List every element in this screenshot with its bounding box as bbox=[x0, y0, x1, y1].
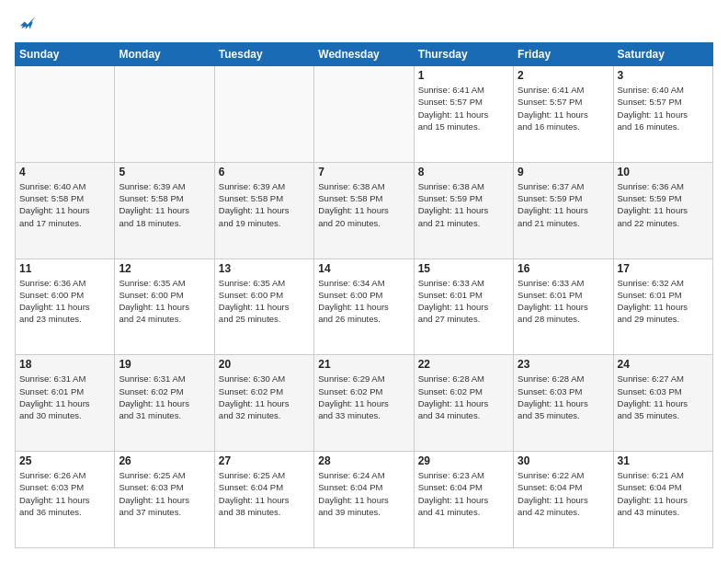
weekday-header-saturday: Saturday bbox=[613, 43, 712, 66]
day-info: Sunrise: 6:36 AM Sunset: 6:00 PM Dayligh… bbox=[19, 277, 110, 326]
page: SundayMondayTuesdayWednesdayThursdayFrid… bbox=[0, 0, 728, 563]
calendar-cell: 11Sunrise: 6:36 AM Sunset: 6:00 PM Dayli… bbox=[16, 259, 115, 355]
calendar-cell bbox=[16, 66, 115, 163]
calendar-cell: 20Sunrise: 6:30 AM Sunset: 6:02 PM Dayli… bbox=[214, 355, 313, 452]
week-row-4: 18Sunrise: 6:31 AM Sunset: 6:01 PM Dayli… bbox=[16, 355, 713, 452]
week-row-3: 11Sunrise: 6:36 AM Sunset: 6:00 PM Dayli… bbox=[16, 259, 713, 355]
calendar-cell: 1Sunrise: 6:41 AM Sunset: 5:57 PM Daylig… bbox=[414, 66, 513, 163]
week-row-1: 1Sunrise: 6:41 AM Sunset: 5:57 PM Daylig… bbox=[16, 66, 713, 163]
day-info: Sunrise: 6:31 AM Sunset: 6:01 PM Dayligh… bbox=[19, 373, 110, 421]
day-number: 6 bbox=[219, 166, 310, 178]
day-info: Sunrise: 6:25 AM Sunset: 6:04 PM Dayligh… bbox=[219, 469, 310, 518]
calendar-table: SundayMondayTuesdayWednesdayThursdayFrid… bbox=[15, 42, 713, 548]
calendar-cell: 24Sunrise: 6:27 AM Sunset: 6:03 PM Dayli… bbox=[613, 355, 712, 452]
day-info: Sunrise: 6:31 AM Sunset: 6:02 PM Dayligh… bbox=[119, 373, 210, 421]
weekday-header-wednesday: Wednesday bbox=[314, 43, 414, 66]
day-info: Sunrise: 6:33 AM Sunset: 6:01 PM Dayligh… bbox=[518, 277, 609, 326]
day-info: Sunrise: 6:41 AM Sunset: 5:57 PM Dayligh… bbox=[418, 84, 509, 132]
day-number: 11 bbox=[19, 262, 110, 275]
day-info: Sunrise: 6:36 AM Sunset: 5:59 PM Dayligh… bbox=[618, 180, 709, 229]
day-number: 1 bbox=[418, 69, 509, 82]
day-info: Sunrise: 6:35 AM Sunset: 6:00 PM Dayligh… bbox=[119, 277, 210, 326]
day-info: Sunrise: 6:40 AM Sunset: 5:58 PM Dayligh… bbox=[19, 180, 110, 229]
calendar-cell: 17Sunrise: 6:32 AM Sunset: 6:01 PM Dayli… bbox=[613, 259, 712, 355]
day-number: 9 bbox=[518, 166, 609, 178]
day-number: 4 bbox=[19, 166, 110, 178]
week-row-5: 25Sunrise: 6:26 AM Sunset: 6:03 PM Dayli… bbox=[16, 452, 713, 548]
calendar-cell: 3Sunrise: 6:40 AM Sunset: 5:57 PM Daylig… bbox=[613, 66, 712, 163]
day-info: Sunrise: 6:34 AM Sunset: 6:00 PM Dayligh… bbox=[318, 277, 409, 326]
day-info: Sunrise: 6:30 AM Sunset: 6:02 PM Dayligh… bbox=[219, 373, 310, 421]
calendar-cell: 18Sunrise: 6:31 AM Sunset: 6:01 PM Dayli… bbox=[16, 355, 115, 452]
day-number: 28 bbox=[318, 454, 409, 467]
day-number: 7 bbox=[318, 166, 409, 178]
weekday-header-friday: Friday bbox=[514, 43, 613, 66]
day-info: Sunrise: 6:22 AM Sunset: 6:04 PM Dayligh… bbox=[518, 469, 609, 518]
day-number: 22 bbox=[418, 358, 509, 371]
day-number: 14 bbox=[318, 262, 409, 275]
calendar-cell bbox=[115, 66, 214, 163]
day-number: 15 bbox=[418, 262, 509, 275]
day-number: 21 bbox=[318, 358, 409, 371]
calendar-cell: 4Sunrise: 6:40 AM Sunset: 5:58 PM Daylig… bbox=[16, 162, 115, 259]
calendar-cell: 26Sunrise: 6:25 AM Sunset: 6:03 PM Dayli… bbox=[115, 452, 214, 548]
day-number: 18 bbox=[19, 358, 110, 371]
weekday-header-row: SundayMondayTuesdayWednesdayThursdayFrid… bbox=[16, 43, 713, 66]
header bbox=[15, 15, 713, 33]
calendar-cell: 28Sunrise: 6:24 AM Sunset: 6:04 PM Dayli… bbox=[314, 452, 414, 548]
day-info: Sunrise: 6:41 AM Sunset: 5:57 PM Dayligh… bbox=[518, 84, 609, 132]
calendar-cell: 7Sunrise: 6:38 AM Sunset: 5:58 PM Daylig… bbox=[314, 162, 414, 259]
logo bbox=[15, 15, 37, 33]
day-info: Sunrise: 6:39 AM Sunset: 5:58 PM Dayligh… bbox=[219, 180, 310, 229]
day-number: 29 bbox=[418, 454, 509, 467]
logo-bird-icon bbox=[18, 15, 37, 33]
calendar-cell: 15Sunrise: 6:33 AM Sunset: 6:01 PM Dayli… bbox=[414, 259, 513, 355]
day-number: 2 bbox=[518, 69, 609, 82]
day-number: 26 bbox=[119, 454, 210, 467]
weekday-header-monday: Monday bbox=[115, 43, 214, 66]
calendar-cell: 19Sunrise: 6:31 AM Sunset: 6:02 PM Dayli… bbox=[115, 355, 214, 452]
calendar-cell: 29Sunrise: 6:23 AM Sunset: 6:04 PM Dayli… bbox=[414, 452, 513, 548]
day-info: Sunrise: 6:40 AM Sunset: 5:57 PM Dayligh… bbox=[618, 84, 709, 132]
day-info: Sunrise: 6:33 AM Sunset: 6:01 PM Dayligh… bbox=[418, 277, 509, 326]
day-number: 27 bbox=[219, 454, 310, 467]
calendar-cell: 12Sunrise: 6:35 AM Sunset: 6:00 PM Dayli… bbox=[115, 259, 214, 355]
day-info: Sunrise: 6:21 AM Sunset: 6:04 PM Dayligh… bbox=[618, 469, 709, 518]
day-info: Sunrise: 6:38 AM Sunset: 5:58 PM Dayligh… bbox=[318, 180, 409, 229]
day-number: 13 bbox=[219, 262, 310, 275]
weekday-header-tuesday: Tuesday bbox=[214, 43, 313, 66]
day-info: Sunrise: 6:38 AM Sunset: 5:59 PM Dayligh… bbox=[418, 180, 509, 229]
week-row-2: 4Sunrise: 6:40 AM Sunset: 5:58 PM Daylig… bbox=[16, 162, 713, 259]
day-info: Sunrise: 6:29 AM Sunset: 6:02 PM Dayligh… bbox=[318, 373, 409, 421]
calendar-cell: 16Sunrise: 6:33 AM Sunset: 6:01 PM Dayli… bbox=[514, 259, 613, 355]
calendar-cell: 22Sunrise: 6:28 AM Sunset: 6:02 PM Dayli… bbox=[414, 355, 513, 452]
day-info: Sunrise: 6:27 AM Sunset: 6:03 PM Dayligh… bbox=[618, 373, 709, 421]
calendar-cell: 21Sunrise: 6:29 AM Sunset: 6:02 PM Dayli… bbox=[314, 355, 414, 452]
calendar-cell bbox=[314, 66, 414, 163]
day-info: Sunrise: 6:37 AM Sunset: 5:59 PM Dayligh… bbox=[518, 180, 609, 229]
calendar-cell: 25Sunrise: 6:26 AM Sunset: 6:03 PM Dayli… bbox=[16, 452, 115, 548]
day-info: Sunrise: 6:39 AM Sunset: 5:58 PM Dayligh… bbox=[119, 180, 210, 229]
calendar-cell: 31Sunrise: 6:21 AM Sunset: 6:04 PM Dayli… bbox=[613, 452, 712, 548]
calendar-cell bbox=[214, 66, 313, 163]
day-number: 31 bbox=[618, 454, 709, 467]
day-number: 8 bbox=[418, 166, 509, 178]
calendar-cell: 14Sunrise: 6:34 AM Sunset: 6:00 PM Dayli… bbox=[314, 259, 414, 355]
day-number: 25 bbox=[19, 454, 110, 467]
day-info: Sunrise: 6:24 AM Sunset: 6:04 PM Dayligh… bbox=[318, 469, 409, 518]
day-number: 10 bbox=[618, 166, 709, 178]
calendar-cell: 10Sunrise: 6:36 AM Sunset: 5:59 PM Dayli… bbox=[613, 162, 712, 259]
weekday-header-thursday: Thursday bbox=[414, 43, 513, 66]
calendar-cell: 13Sunrise: 6:35 AM Sunset: 6:00 PM Dayli… bbox=[214, 259, 313, 355]
calendar-cell: 27Sunrise: 6:25 AM Sunset: 6:04 PM Dayli… bbox=[214, 452, 313, 548]
day-number: 30 bbox=[518, 454, 609, 467]
weekday-header-sunday: Sunday bbox=[16, 43, 115, 66]
day-info: Sunrise: 6:25 AM Sunset: 6:03 PM Dayligh… bbox=[119, 469, 210, 518]
day-number: 20 bbox=[219, 358, 310, 371]
day-number: 3 bbox=[618, 69, 709, 82]
calendar-cell: 23Sunrise: 6:28 AM Sunset: 6:03 PM Dayli… bbox=[514, 355, 613, 452]
day-info: Sunrise: 6:32 AM Sunset: 6:01 PM Dayligh… bbox=[618, 277, 709, 326]
day-number: 19 bbox=[119, 358, 210, 371]
day-number: 16 bbox=[518, 262, 609, 275]
day-info: Sunrise: 6:35 AM Sunset: 6:00 PM Dayligh… bbox=[219, 277, 310, 326]
